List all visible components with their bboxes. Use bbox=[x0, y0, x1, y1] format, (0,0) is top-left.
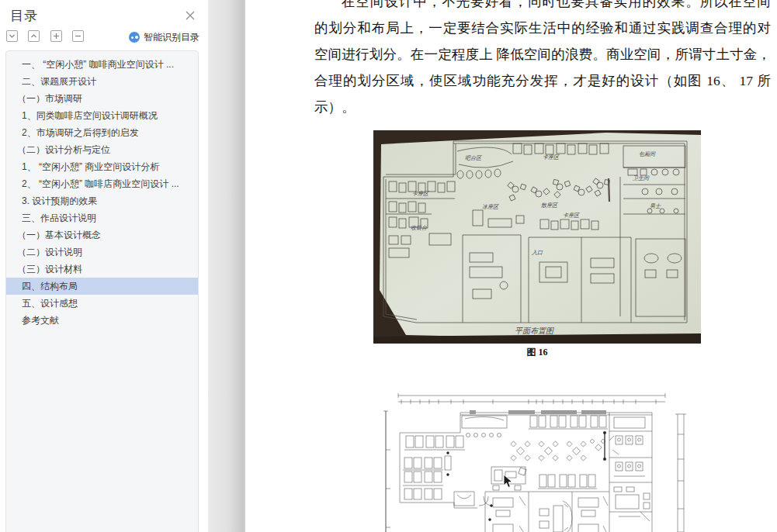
smart-ai-icon bbox=[129, 32, 140, 43]
sketch-label-title: 平面布置图 bbox=[515, 326, 554, 335]
toc-item[interactable]: （一）基本设计概念 bbox=[6, 226, 198, 244]
sketch-label: 卡座区 bbox=[543, 154, 560, 161]
toc-item[interactable]: 三、作品设计说明 bbox=[6, 209, 198, 226]
toc-item-active[interactable]: 四、结构布局 bbox=[6, 278, 198, 295]
toc-item[interactable]: （一）市场调研 bbox=[6, 90, 198, 107]
toc-sidebar: 目录 智能识别目录 一、 “空闲小憩” 咖啡商业空间设计 ... bbox=[0, 0, 208, 532]
toc-item[interactable]: 3. 设计预期的效果 bbox=[6, 192, 198, 209]
paragraph-line: 在空间设计中，不光要好看，同时也要具备实用的效果。所以在空间 bbox=[314, 0, 771, 15]
toc-item[interactable]: 1、同类咖啡店空间设计调研概况 bbox=[6, 107, 198, 124]
toc-item[interactable]: 一、 “空闲小憩” 咖啡商业空间设计 ... bbox=[6, 56, 198, 73]
document-viewer: 在空间设计中，不光要好看，同时也要具备实用的效果。所以在空间 的划分和布局上，一… bbox=[208, 0, 777, 532]
sketch-label: 卡座区 bbox=[412, 191, 429, 197]
smart-toc-label: 智能识别目录 bbox=[144, 32, 199, 43]
sketch-label: 卫生间 bbox=[633, 175, 650, 181]
sketch-label: 男士 bbox=[650, 203, 661, 209]
toc-item[interactable]: 2、市场调研之后得到的启发 bbox=[6, 124, 198, 141]
figure-16-caption: 图 16 bbox=[373, 346, 701, 359]
expand-all-icon[interactable] bbox=[6, 30, 18, 42]
close-icon[interactable] bbox=[185, 10, 196, 21]
zoom-out-icon[interactable] bbox=[72, 30, 84, 42]
sketch-label: 散座区 bbox=[541, 202, 558, 209]
document-page[interactable]: 在空间设计中，不光要好看，同时也要具备实用的效果。所以在空间 的划分和布局上，一… bbox=[245, 0, 777, 532]
toc-toolbar bbox=[6, 30, 91, 43]
toc-list: 一、 “空闲小憩” 咖啡商业空间设计 ... 二、课题展开设计 （一）市场调研 … bbox=[5, 50, 199, 532]
toc-item[interactable]: 1、 “空闲小憩” 商业空间设计分析 bbox=[6, 158, 198, 175]
toc-item[interactable]: 2、 “空闲小憩” 咖啡店商业空间设计 ... bbox=[6, 175, 198, 192]
toc-item[interactable]: 五、设计感想 bbox=[6, 295, 198, 312]
toc-item[interactable]: （三）设计材料 bbox=[6, 261, 198, 278]
toc-item[interactable]: （二）设计说明 bbox=[6, 244, 198, 261]
sketch-label: 收银台 bbox=[411, 225, 427, 231]
paragraph: 在空间设计中，不光要好看，同时也要具备实用的效果。所以在空间 的划分和布局上，一… bbox=[314, 0, 771, 120]
figure-17-cad-plan bbox=[376, 388, 695, 532]
mouse-cursor bbox=[503, 474, 513, 492]
paragraph-line: 示）。 bbox=[314, 94, 771, 120]
toc-item[interactable]: 二、课题展开设计 bbox=[6, 73, 198, 90]
toc-item[interactable]: （二）设计分析与定位 bbox=[6, 141, 198, 158]
pdf-reader-window: 目录 智能识别目录 一、 “空闲小憩” 咖啡商业空间设计 ... bbox=[0, 0, 777, 532]
toc-title: 目录 bbox=[10, 7, 38, 25]
toc-item[interactable]: 参考文献 bbox=[6, 312, 198, 329]
page-edge-shadow bbox=[208, 0, 245, 532]
collapse-all-icon[interactable] bbox=[28, 30, 40, 42]
sketch-label: 冰座区 bbox=[482, 204, 499, 210]
figure-16-sketch-photo: 吧台区 卡座区 包厢间 卫生间 卡座区 散座区 冰座区 卡座区 男士 收银台 入… bbox=[373, 130, 701, 344]
smart-toc-button[interactable]: 智能识别目录 bbox=[129, 29, 199, 42]
sketch-label: 卡座区 bbox=[563, 212, 580, 219]
sketch-label: 包厢间 bbox=[639, 151, 656, 157]
paragraph-line: 的划分和布局上，一定要结合实际生活中的经验和通过实践调查合理的对 bbox=[314, 15, 771, 41]
paragraph-line: 空间进行划分。在一定程度上 降低空间的浪费。商业空间，所谓寸土寸金， bbox=[314, 41, 771, 67]
paragraph-line: 合理的划分区域，使区域功能充分发挥，才是好的设计（如图 16、 17 所 bbox=[314, 67, 771, 94]
zoom-in-icon[interactable] bbox=[50, 30, 62, 42]
sketch-label: 入口 bbox=[531, 250, 543, 256]
sketch-label: 吧台区 bbox=[465, 155, 482, 161]
